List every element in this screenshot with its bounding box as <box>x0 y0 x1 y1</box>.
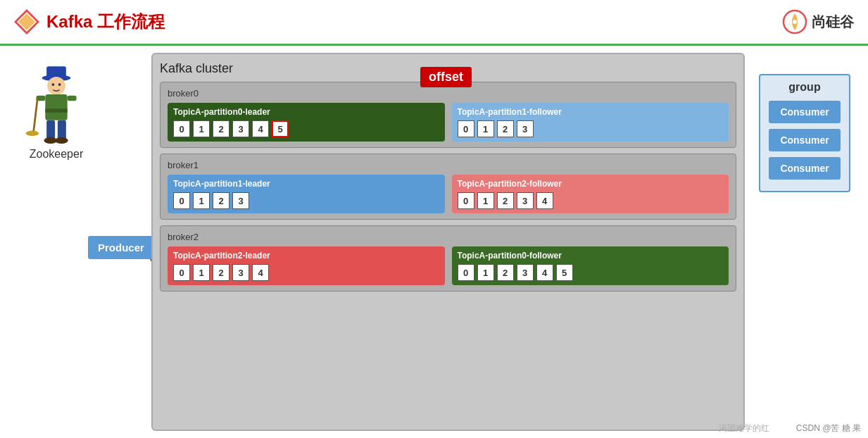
num-cell: 2 <box>497 264 514 281</box>
num-cell: 5 <box>556 264 573 281</box>
broker2-label: broker2 <box>168 232 729 242</box>
num-cell: 0 <box>173 264 190 281</box>
svg-point-27 <box>26 131 39 136</box>
broker1-label: broker1 <box>168 160 729 170</box>
num-cell: 0 <box>173 192 190 209</box>
num-cell: 1 <box>477 192 494 209</box>
consumer-1: Consumer <box>769 101 841 123</box>
partition-topicA-partition2-leader-numbers: 0 1 2 3 4 <box>173 264 439 281</box>
svg-point-3 <box>793 20 797 24</box>
num-cell: 2 <box>497 120 514 137</box>
svg-rect-23 <box>45 108 67 113</box>
num-cell: 2 <box>213 264 229 281</box>
num-cell: 1 <box>193 120 210 137</box>
partition-topicA-partition1-follower-title: TopicA-partition1-follower <box>458 107 724 117</box>
num-cell: 0 <box>173 120 190 137</box>
zookeeper-figure-icon <box>25 60 88 144</box>
num-cell: 2 <box>213 120 229 137</box>
svg-rect-22 <box>45 94 67 120</box>
broker1-box: broker1 TopicA-partition1-leader 0 1 2 3… <box>160 154 736 220</box>
csdn-watermark: CSDN @苦 糖 果 <box>796 423 861 434</box>
partition-topicA-partition2-follower: TopicA-partition2-follower 0 1 2 3 4 <box>452 175 729 213</box>
logo-text: 尚硅谷 <box>812 13 854 32</box>
num-cell: 0 <box>458 192 474 209</box>
partition-topicA-partition0-leader-title: TopicA-partition0-leader <box>173 107 439 117</box>
num-cell: 4 <box>252 120 269 137</box>
broker0-box: broker0 TopicA-partition0-leader 0 1 2 3… <box>160 82 736 148</box>
num-cell: 3 <box>517 192 534 209</box>
svg-point-19 <box>47 77 65 95</box>
logo-right: 尚硅谷 <box>782 9 854 35</box>
num-cell: 1 <box>477 120 494 137</box>
watermark: 渴望难学的红 <box>719 423 769 434</box>
partition-topicA-partition2-leader-title: TopicA-partition2-leader <box>173 251 439 261</box>
num-cell: 4 <box>536 264 553 281</box>
svg-line-26 <box>34 99 38 131</box>
zookeeper-label: Zookeeper <box>30 148 84 161</box>
svg-point-21 <box>58 83 61 86</box>
partition-topicA-partition0-leader-numbers: 0 1 2 3 4 5 <box>173 120 439 137</box>
partition-topicA-partition0-leader: TopicA-partition0-leader 0 1 2 3 4 5 <box>168 103 445 142</box>
partition-topicA-partition0-follower-numbers: 0 1 2 3 4 5 <box>458 264 724 281</box>
broker0-inner: TopicA-partition0-leader 0 1 2 3 4 5 Top… <box>168 103 729 142</box>
group-box: group Consumer Consumer Consumer <box>759 74 850 192</box>
num-cell: 3 <box>517 120 534 137</box>
partition-topicA-partition2-follower-numbers: 0 1 2 3 4 <box>458 192 724 209</box>
partition-topicA-partition1-leader-numbers: 0 1 2 3 <box>173 192 439 209</box>
group-title: group <box>769 81 841 94</box>
num-cell: 3 <box>232 192 249 209</box>
group-panel: group Consumer Consumer Consumer <box>755 53 854 431</box>
broker1-inner: TopicA-partition1-leader 0 1 2 3 TopicA-… <box>168 175 729 213</box>
broker0-label: broker0 <box>168 88 729 99</box>
shanggugu-logo-icon <box>782 9 807 35</box>
num-cell: 1 <box>193 192 210 209</box>
num-cell: 3 <box>232 120 249 137</box>
header: Kafka 工作流程 尚硅谷 <box>0 0 868 46</box>
num-cell: 2 <box>213 192 229 209</box>
num-cell: 1 <box>477 264 494 281</box>
num-cell: 3 <box>232 264 249 281</box>
partition-topicA-partition1-follower-numbers: 0 1 2 3 <box>458 120 724 137</box>
partition-topicA-partition2-leader: TopicA-partition2-leader 0 1 2 3 4 <box>168 246 445 285</box>
broker2-inner: TopicA-partition2-leader 0 1 2 3 4 Topic… <box>168 246 729 285</box>
svg-rect-25 <box>68 96 77 101</box>
cluster-panel: Kafka cluster offset broker0 TopicA-part… <box>151 53 745 431</box>
consumer-3: Consumer <box>769 157 841 180</box>
svg-point-31 <box>55 137 68 144</box>
svg-rect-28 <box>46 120 55 140</box>
header-left: Kafka 工作流程 <box>14 9 165 35</box>
broker2-box: broker2 TopicA-partition2-leader 0 1 2 3… <box>160 225 736 292</box>
num-cell-highlighted: 5 <box>272 120 289 137</box>
svg-point-20 <box>52 83 55 86</box>
num-cell: 4 <box>252 264 269 281</box>
num-cell: 4 <box>536 192 553 209</box>
offset-label: offset <box>420 67 472 87</box>
svg-rect-29 <box>58 120 66 140</box>
partition-topicA-partition1-leader: TopicA-partition1-leader 0 1 2 3 <box>168 175 445 213</box>
num-cell: 1 <box>193 264 210 281</box>
num-cell: 0 <box>458 120 474 137</box>
partition-topicA-partition2-follower-title: TopicA-partition2-follower <box>458 179 724 189</box>
partition-topicA-partition1-follower: TopicA-partition1-follower 0 1 2 3 <box>452 103 729 142</box>
kafka-logo-icon <box>14 9 39 35</box>
page-title: Kafka 工作流程 <box>46 11 165 33</box>
main-content: Zookeeper Producer Kafka cluster offset … <box>0 46 868 438</box>
num-cell: 2 <box>497 192 514 209</box>
partition-topicA-partition0-follower: TopicA-partition0-follower 0 1 2 3 4 5 <box>452 246 729 285</box>
consumer-2: Consumer <box>769 129 841 151</box>
partition-topicA-partition1-leader-title: TopicA-partition1-leader <box>173 179 439 189</box>
producer-box: Producer <box>88 236 154 259</box>
partition-topicA-partition0-follower-title: TopicA-partition0-follower <box>458 251 724 261</box>
num-cell: 3 <box>517 264 534 281</box>
left-panel: Zookeeper <box>14 53 99 431</box>
num-cell: 0 <box>458 264 474 281</box>
